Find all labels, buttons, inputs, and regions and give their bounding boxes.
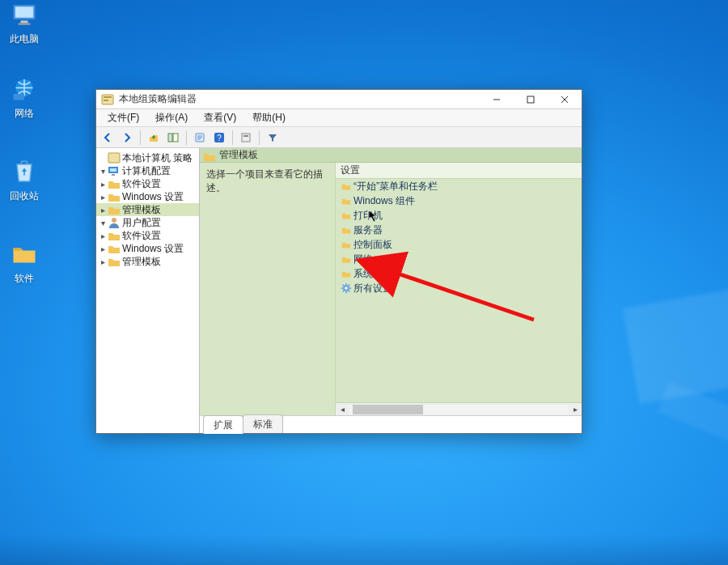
tree-node-admin-templates[interactable]: ▸ 管理模板 [96,203,199,216]
folder-icon [203,150,216,161]
list-item-network[interactable]: 网络 [336,252,582,266]
chevron-right-icon: ▸ [98,206,108,215]
computer-icon [8,0,40,29]
folder-icon [339,254,353,264]
pane-body: 选择一个项目来查看它的描述。 设置 “开始”菜单和任务栏 [200,163,582,415]
scroll-thumb[interactable] [353,405,423,414]
titlebar[interactable]: 本地组策略编辑器 [96,90,582,109]
list-item-all-settings[interactable]: 所有设置 [336,281,582,295]
tree-node-computer-config[interactable]: ▾ 计算机配置 [96,164,199,177]
svg-rect-15 [242,134,250,142]
tree-label: 管理模板 [122,203,199,217]
pane-header: 管理模板 [200,148,582,163]
svg-rect-7 [104,96,112,98]
chevron-down-icon: ▾ [98,167,108,176]
navigation-tree[interactable]: 本地计算机 策略 ▾ 计算机配置 ▸ 软件设置 ▸ W [96,148,200,433]
folder-icon [339,269,353,278]
list-item-server[interactable]: 服务器 [336,223,582,237]
svg-rect-19 [110,168,116,172]
wallpaper-streak [658,381,728,466]
tree-node-user-config[interactable]: ▾ 用户配置 [96,216,199,229]
tree-label: 计算机配置 [122,164,199,178]
desktop-icon-label: 此电脑 [0,32,49,46]
window-body: 本地计算机 策略 ▾ 计算机配置 ▸ 软件设置 ▸ W [96,148,582,433]
svg-rect-5 [14,94,25,100]
list-item-label: 系统 [353,267,582,281]
desktop-icon-this-pc[interactable]: 此电脑 [0,0,49,46]
svg-rect-3 [19,23,31,25]
refresh-button[interactable] [192,130,208,146]
tree-label: 用户配置 [122,216,199,230]
desktop-icon-label: 回收站 [0,189,49,203]
properties-button[interactable] [238,130,254,146]
desktop-icon-recycle-bin[interactable]: 回收站 [0,157,49,203]
svg-rect-20 [112,174,115,176]
list-item-system[interactable]: 系统 [336,266,582,281]
minimize-button[interactable] [480,90,514,109]
tree-node-user-windows-settings[interactable]: ▸ Windows 设置 [96,242,199,255]
list-item-label: 打印机 [353,209,582,223]
desktop-icon-label: 软件 [0,272,49,286]
window-title: 本地组策略编辑器 [119,92,197,106]
menubar: 文件(F) 操作(A) 查看(V) 帮助(H) [96,109,582,127]
tree-label: Windows 设置 [122,190,199,204]
toolbar-separator [232,130,233,145]
folder-icon [339,196,353,206]
list-header[interactable]: 设置 [336,163,582,179]
list-item-windows-components[interactable]: Windows 组件 [336,193,582,208]
scroll-track[interactable] [349,405,569,414]
list-item-label: 控制面板 [353,238,582,252]
horizontal-scrollbar[interactable]: ◂ ▸ [336,402,582,415]
filter-button[interactable] [265,130,281,146]
desktop-icon-software-folder[interactable]: 软件 [0,240,49,286]
close-button[interactable] [548,90,582,109]
menu-view[interactable]: 查看(V) [196,109,244,126]
svg-point-23 [345,287,348,290]
show-hide-tree-button[interactable] [165,130,181,146]
app-icon [101,93,114,106]
up-one-level-button[interactable] [146,130,162,146]
list-item-printers[interactable]: 打印机 [336,208,582,223]
description-prompt: 选择一个项目来查看它的描述。 [206,168,323,193]
tree-node-user-admin-templates[interactable]: ▸ 管理模板 [96,255,199,268]
list-item-label: 所有设置 [353,282,582,295]
back-button[interactable] [99,130,116,146]
computer-small-icon [108,165,121,176]
svg-rect-9 [527,96,534,103]
column-setting[interactable]: 设置 [341,164,582,177]
tree-node-user-software-settings[interactable]: ▸ 软件设置 [96,229,199,242]
list-body: “开始”菜单和任务栏 Windows 组件 打印机 [336,179,582,402]
gpedit-window: 本地组策略编辑器 文件(F) 操作(A) 查看(V) 帮助(H) [95,89,582,434]
forward-button[interactable] [119,130,135,146]
list-item-control-panel[interactable]: 控制面板 [336,237,582,252]
menu-help[interactable]: 帮助(H) [244,109,294,126]
svg-point-21 [112,218,116,223]
tree-node-software-settings[interactable]: ▸ 软件设置 [96,177,199,190]
wallpaper-vignette [0,534,728,565]
help-button[interactable]: ? [211,130,227,146]
menu-action[interactable]: 操作(A) [147,109,196,126]
folder-icon [108,191,121,202]
maximize-button[interactable] [514,90,548,109]
details-pane: 管理模板 选择一个项目来查看它的描述。 设置 “开始”菜单和任务栏 [200,148,582,433]
menu-file[interactable]: 文件(F) [99,109,147,126]
settings-list: 设置 “开始”菜单和任务栏 Windows 组件 [336,163,582,415]
folder-icon [108,204,121,215]
desktop-icon-network[interactable]: 网络 [0,74,49,121]
svg-rect-17 [108,153,120,163]
svg-rect-2 [21,21,28,23]
toolbar: ? [96,127,582,148]
tree-node-windows-settings[interactable]: ▸ Windows 设置 [96,190,199,203]
tab-standard[interactable]: 标准 [243,414,283,433]
tree-node-root[interactable]: 本地计算机 策略 [96,151,199,164]
list-item-start-menu[interactable]: “开始”菜单和任务栏 [336,179,582,193]
scroll-right-button[interactable]: ▸ [569,403,582,416]
tree-label: 本地计算机 策略 [122,151,199,165]
tab-extended[interactable]: 扩展 [203,415,243,434]
tree-label: Windows 设置 [122,242,199,256]
description-column: 选择一个项目来查看它的描述。 [200,163,336,415]
desktop-icon-label: 网络 [0,107,49,121]
chevron-right-icon: ▸ [98,180,108,189]
policy-icon [108,152,121,164]
scroll-left-button[interactable]: ◂ [336,403,349,416]
